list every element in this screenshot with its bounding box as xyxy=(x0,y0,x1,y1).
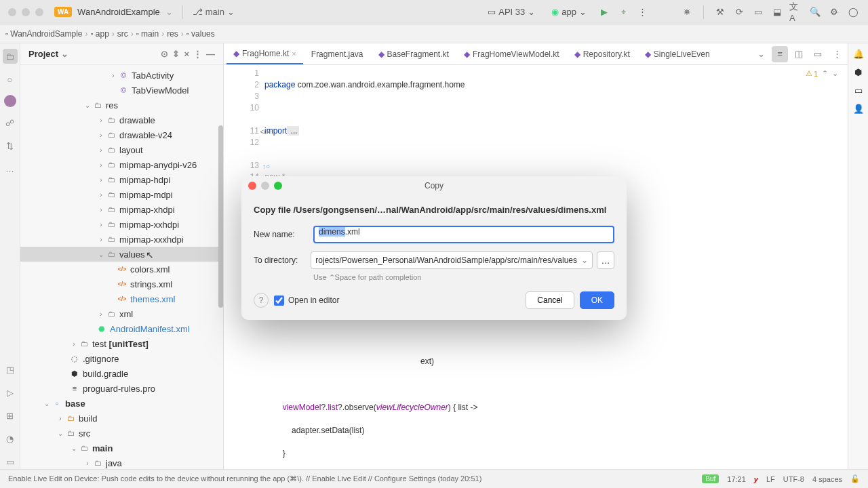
open-in-editor-checkbox[interactable]: Open in editor xyxy=(274,296,339,306)
more-icon[interactable]: ⋮ xyxy=(193,49,202,59)
tree-item[interactable]: ©TabViewModel xyxy=(20,83,223,98)
chevron-down-icon[interactable]: ⌄ xyxy=(753,46,769,62)
pull-requests-icon[interactable]: ⇅ xyxy=(3,138,18,153)
maximize-dialog-icon[interactable] xyxy=(274,182,282,190)
design-view-icon[interactable]: ▭ xyxy=(810,46,826,62)
newname-input[interactable]: dimens.xml xyxy=(313,226,614,243)
build-icon[interactable]: ⚒ xyxy=(713,5,727,19)
tree-item[interactable]: ›🗀mipmap-xhdpi xyxy=(20,202,223,217)
more-icon[interactable]: ⋮ xyxy=(635,5,649,19)
status-y-icon[interactable]: y xyxy=(754,475,758,483)
avd-icon[interactable]: ▭ xyxy=(751,5,765,19)
terminal-icon[interactable]: ▭ xyxy=(3,454,18,469)
todir-select[interactable]: rojects/Powersen_Personal/WanAndroidSamp… xyxy=(311,251,593,269)
project-tool-icon[interactable]: 🗀 xyxy=(3,49,18,64)
editor-tab[interactable]: ◆SingleLiveEven xyxy=(638,44,717,64)
close-window-icon[interactable] xyxy=(8,8,16,16)
tree-item[interactable]: </>themes.xml xyxy=(20,291,223,306)
chevron-down-icon[interactable]: ⌄ xyxy=(61,49,68,59)
breadcrumb-item[interactable]: ▫main xyxy=(136,29,159,39)
breadcrumb-item[interactable]: res xyxy=(167,29,178,39)
tree-item[interactable]: ›🗀mipmap-anydpi-v26 xyxy=(20,157,223,172)
scrollbar-thumb[interactable] xyxy=(218,125,223,307)
close-icon[interactable]: × xyxy=(292,49,296,58)
override-icon[interactable]: ↑○ xyxy=(262,161,270,172)
tree-item[interactable]: ›🗀mipmap-mdpi xyxy=(20,187,223,202)
tree-item[interactable]: </>strings.xml xyxy=(20,277,223,291)
sync-icon[interactable]: ⟳ xyxy=(732,5,746,19)
sdk-icon[interactable]: ⬓ xyxy=(770,5,784,19)
device-manager-icon[interactable]: ▭ xyxy=(854,85,863,96)
search-icon[interactable]: 🔍 xyxy=(808,5,822,19)
tree-item[interactable]: ›🗀build xyxy=(20,411,223,426)
breadcrumb-item[interactable]: ▫values xyxy=(186,29,215,39)
tree-item[interactable]: ›🗀mipmap-hdpi xyxy=(20,172,223,187)
more-tools-icon[interactable]: … xyxy=(3,161,18,176)
tree-item[interactable]: ⌄▫base xyxy=(20,396,223,411)
status-line-sep[interactable]: LF xyxy=(766,475,775,483)
chevron-down-icon[interactable]: ⌄ xyxy=(165,7,173,17)
buf-badge[interactable]: Buf xyxy=(702,474,719,483)
breadcrumb-item[interactable]: ▫app xyxy=(91,29,109,39)
breadcrumb-item[interactable]: ▫WanAndroidSample xyxy=(5,29,83,39)
tree-item[interactable]: ⌄🗀res xyxy=(20,98,223,113)
tree-item[interactable]: ›🗀mipmap-xxhdpi xyxy=(20,217,223,232)
help-button[interactable]: ? xyxy=(254,293,269,308)
avatar-icon[interactable] xyxy=(4,95,16,107)
expand-all-icon[interactable]: ⇕ xyxy=(172,49,180,59)
settings-icon[interactable]: ⚙ xyxy=(827,5,841,19)
bookmarks-tool-icon[interactable]: ◳ xyxy=(3,362,18,377)
notifications-icon[interactable]: 🔔 xyxy=(853,49,864,59)
commit-tool-icon[interactable]: ○ xyxy=(3,72,18,87)
account-icon[interactable]: ◯ xyxy=(846,5,860,19)
tree-item[interactable]: ⌄🗀src xyxy=(20,426,223,441)
run-tool-icon[interactable]: ▷ xyxy=(3,385,18,400)
status-encoding[interactable]: UTF-8 xyxy=(783,475,804,483)
tree-item[interactable]: ◌.gitignore xyxy=(20,351,223,366)
tree-item[interactable]: ›🗀layout xyxy=(20,142,223,157)
tree-item-selected[interactable]: ⌄🗀values xyxy=(20,247,223,262)
warnings-indicator[interactable]: ⚠ 1 xyxy=(806,69,818,78)
select-opened-file-icon[interactable]: ⊙ xyxy=(161,49,168,59)
translate-icon[interactable]: 文A xyxy=(789,5,803,19)
project-tree[interactable]: ›©TabActivity ©TabViewModel ⌄🗀res ›🗀draw… xyxy=(20,65,223,469)
readonly-icon[interactable]: 🔓 xyxy=(850,474,860,483)
tree-item[interactable]: ›🗀drawable-v24 xyxy=(20,127,223,142)
open-in-editor-input[interactable] xyxy=(274,296,284,306)
nav-down-icon[interactable]: ⌄ xyxy=(832,69,838,78)
tree-item[interactable]: ›🗀xml xyxy=(20,306,223,321)
tree-item[interactable]: ›🗀drawable xyxy=(20,113,223,127)
vcs-branch[interactable]: ⎇ main ⌄ xyxy=(193,7,235,17)
run-icon[interactable]: ▶ xyxy=(597,5,611,19)
tree-item[interactable]: ⬢build.gradle xyxy=(20,366,223,381)
minimize-window-icon[interactable] xyxy=(22,8,30,16)
breadcrumb-item[interactable]: src xyxy=(117,29,128,39)
maximize-window-icon[interactable] xyxy=(35,8,43,16)
tree-item[interactable]: ›🗀java xyxy=(20,455,223,469)
tree-item[interactable]: ⌄🗀main xyxy=(20,441,223,455)
cancel-button[interactable]: Cancel xyxy=(526,291,574,309)
tree-item[interactable]: ›©TabActivity xyxy=(20,68,223,83)
profiler-icon[interactable]: ◔ xyxy=(3,431,18,446)
device-selector[interactable]: ▭ API 33 ⌄ xyxy=(482,4,540,20)
split-view-icon[interactable]: ◫ xyxy=(791,46,807,62)
browse-button[interactable]: … xyxy=(597,251,614,269)
editor-tab[interactable]: Fragment.java xyxy=(304,44,370,64)
run-config-selector[interactable]: ◉ app ⌄ xyxy=(546,4,592,20)
editor-tab-active[interactable]: ◆FragHome.kt× xyxy=(226,44,303,64)
tree-item[interactable]: ›🗀mipmap-xxxhdpi xyxy=(20,232,223,247)
gradle-tool-icon[interactable]: ⬢ xyxy=(854,67,862,77)
nav-up-icon[interactable]: ⌃ xyxy=(822,69,828,78)
services-icon[interactable]: ⊞ xyxy=(3,408,18,423)
tree-item[interactable]: </>colors.xml xyxy=(20,262,223,277)
status-indent[interactable]: 4 spaces xyxy=(812,475,842,483)
close-dialog-icon[interactable] xyxy=(248,182,256,190)
hide-panel-icon[interactable]: — xyxy=(206,49,215,59)
tree-item[interactable]: ≡proguard-rules.pro xyxy=(20,381,223,396)
status-message[interactable]: Enable Live Edit on Device: Push code ed… xyxy=(8,474,481,483)
editor-tab[interactable]: ◆BaseFragment.kt xyxy=(372,44,456,64)
emulator-icon[interactable]: 👤 xyxy=(853,104,864,114)
tree-item[interactable]: ›🗀test [unitTest] xyxy=(20,336,223,351)
ok-button[interactable]: OK xyxy=(580,291,614,309)
structure-tool-icon[interactable]: ☍ xyxy=(3,115,18,130)
